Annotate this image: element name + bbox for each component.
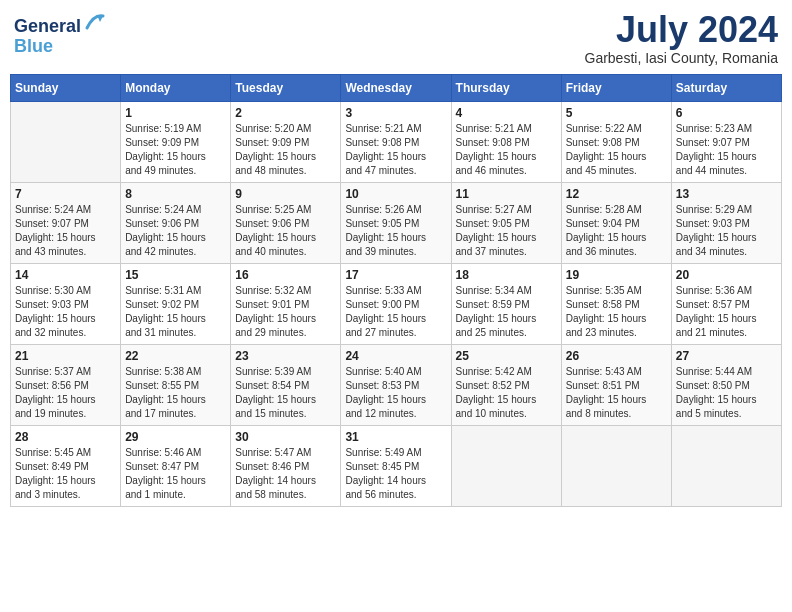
day-info: Sunrise: 5:33 AM Sunset: 9:00 PM Dayligh… bbox=[345, 284, 446, 340]
calendar-day-cell: 15Sunrise: 5:31 AM Sunset: 9:02 PM Dayli… bbox=[121, 263, 231, 344]
day-number: 19 bbox=[566, 268, 667, 282]
calendar-day-cell: 1Sunrise: 5:19 AM Sunset: 9:09 PM Daylig… bbox=[121, 101, 231, 182]
day-number: 4 bbox=[456, 106, 557, 120]
day-number: 13 bbox=[676, 187, 777, 201]
calendar-body: 1Sunrise: 5:19 AM Sunset: 9:09 PM Daylig… bbox=[11, 101, 782, 506]
weekday-header-cell: Saturday bbox=[671, 74, 781, 101]
day-number: 5 bbox=[566, 106, 667, 120]
calendar-week-row: 14Sunrise: 5:30 AM Sunset: 9:03 PM Dayli… bbox=[11, 263, 782, 344]
day-info: Sunrise: 5:24 AM Sunset: 9:07 PM Dayligh… bbox=[15, 203, 116, 259]
calendar-day-cell: 23Sunrise: 5:39 AM Sunset: 8:54 PM Dayli… bbox=[231, 344, 341, 425]
calendar-day-cell: 9Sunrise: 5:25 AM Sunset: 9:06 PM Daylig… bbox=[231, 182, 341, 263]
day-info: Sunrise: 5:30 AM Sunset: 9:03 PM Dayligh… bbox=[15, 284, 116, 340]
day-info: Sunrise: 5:21 AM Sunset: 9:08 PM Dayligh… bbox=[345, 122, 446, 178]
day-info: Sunrise: 5:32 AM Sunset: 9:01 PM Dayligh… bbox=[235, 284, 336, 340]
calendar-day-cell: 20Sunrise: 5:36 AM Sunset: 8:57 PM Dayli… bbox=[671, 263, 781, 344]
calendar-day-cell: 30Sunrise: 5:47 AM Sunset: 8:46 PM Dayli… bbox=[231, 425, 341, 506]
calendar-day-cell: 31Sunrise: 5:49 AM Sunset: 8:45 PM Dayli… bbox=[341, 425, 451, 506]
day-info: Sunrise: 5:27 AM Sunset: 9:05 PM Dayligh… bbox=[456, 203, 557, 259]
day-info: Sunrise: 5:26 AM Sunset: 9:05 PM Dayligh… bbox=[345, 203, 446, 259]
calendar-day-cell: 11Sunrise: 5:27 AM Sunset: 9:05 PM Dayli… bbox=[451, 182, 561, 263]
day-number: 29 bbox=[125, 430, 226, 444]
calendar-day-cell bbox=[11, 101, 121, 182]
calendar-day-cell: 13Sunrise: 5:29 AM Sunset: 9:03 PM Dayli… bbox=[671, 182, 781, 263]
day-info: Sunrise: 5:42 AM Sunset: 8:52 PM Dayligh… bbox=[456, 365, 557, 421]
day-info: Sunrise: 5:43 AM Sunset: 8:51 PM Dayligh… bbox=[566, 365, 667, 421]
calendar-week-row: 7Sunrise: 5:24 AM Sunset: 9:07 PM Daylig… bbox=[11, 182, 782, 263]
calendar-day-cell: 16Sunrise: 5:32 AM Sunset: 9:01 PM Dayli… bbox=[231, 263, 341, 344]
calendar-day-cell: 19Sunrise: 5:35 AM Sunset: 8:58 PM Dayli… bbox=[561, 263, 671, 344]
day-info: Sunrise: 5:40 AM Sunset: 8:53 PM Dayligh… bbox=[345, 365, 446, 421]
calendar-week-row: 28Sunrise: 5:45 AM Sunset: 8:49 PM Dayli… bbox=[11, 425, 782, 506]
weekday-header-cell: Tuesday bbox=[231, 74, 341, 101]
calendar-table: SundayMondayTuesdayWednesdayThursdayFrid… bbox=[10, 74, 782, 507]
day-number: 20 bbox=[676, 268, 777, 282]
day-info: Sunrise: 5:46 AM Sunset: 8:47 PM Dayligh… bbox=[125, 446, 226, 502]
weekday-header-cell: Friday bbox=[561, 74, 671, 101]
logo-text: General bbox=[14, 10, 105, 37]
calendar-day-cell: 10Sunrise: 5:26 AM Sunset: 9:05 PM Dayli… bbox=[341, 182, 451, 263]
day-number: 22 bbox=[125, 349, 226, 363]
weekday-header-row: SundayMondayTuesdayWednesdayThursdayFrid… bbox=[11, 74, 782, 101]
day-number: 31 bbox=[345, 430, 446, 444]
calendar-day-cell: 2Sunrise: 5:20 AM Sunset: 9:09 PM Daylig… bbox=[231, 101, 341, 182]
calendar-day-cell: 28Sunrise: 5:45 AM Sunset: 8:49 PM Dayli… bbox=[11, 425, 121, 506]
calendar-day-cell: 29Sunrise: 5:46 AM Sunset: 8:47 PM Dayli… bbox=[121, 425, 231, 506]
day-number: 25 bbox=[456, 349, 557, 363]
calendar-day-cell: 17Sunrise: 5:33 AM Sunset: 9:00 PM Dayli… bbox=[341, 263, 451, 344]
calendar-day-cell bbox=[451, 425, 561, 506]
calendar-day-cell: 12Sunrise: 5:28 AM Sunset: 9:04 PM Dayli… bbox=[561, 182, 671, 263]
logo-icon bbox=[83, 10, 105, 32]
day-number: 24 bbox=[345, 349, 446, 363]
calendar-day-cell: 4Sunrise: 5:21 AM Sunset: 9:08 PM Daylig… bbox=[451, 101, 561, 182]
logo-blue-text: Blue bbox=[14, 37, 105, 57]
calendar-day-cell: 3Sunrise: 5:21 AM Sunset: 9:08 PM Daylig… bbox=[341, 101, 451, 182]
day-number: 10 bbox=[345, 187, 446, 201]
calendar-week-row: 1Sunrise: 5:19 AM Sunset: 9:09 PM Daylig… bbox=[11, 101, 782, 182]
day-info: Sunrise: 5:47 AM Sunset: 8:46 PM Dayligh… bbox=[235, 446, 336, 502]
day-info: Sunrise: 5:20 AM Sunset: 9:09 PM Dayligh… bbox=[235, 122, 336, 178]
calendar-day-cell: 6Sunrise: 5:23 AM Sunset: 9:07 PM Daylig… bbox=[671, 101, 781, 182]
day-number: 2 bbox=[235, 106, 336, 120]
day-info: Sunrise: 5:35 AM Sunset: 8:58 PM Dayligh… bbox=[566, 284, 667, 340]
day-number: 7 bbox=[15, 187, 116, 201]
day-number: 14 bbox=[15, 268, 116, 282]
calendar-day-cell: 7Sunrise: 5:24 AM Sunset: 9:07 PM Daylig… bbox=[11, 182, 121, 263]
day-info: Sunrise: 5:22 AM Sunset: 9:08 PM Dayligh… bbox=[566, 122, 667, 178]
day-number: 28 bbox=[15, 430, 116, 444]
day-info: Sunrise: 5:34 AM Sunset: 8:59 PM Dayligh… bbox=[456, 284, 557, 340]
day-info: Sunrise: 5:37 AM Sunset: 8:56 PM Dayligh… bbox=[15, 365, 116, 421]
weekday-header-cell: Wednesday bbox=[341, 74, 451, 101]
day-number: 12 bbox=[566, 187, 667, 201]
day-number: 26 bbox=[566, 349, 667, 363]
calendar-day-cell: 22Sunrise: 5:38 AM Sunset: 8:55 PM Dayli… bbox=[121, 344, 231, 425]
weekday-header-cell: Sunday bbox=[11, 74, 121, 101]
title-block: July 2024 Garbesti, Iasi County, Romania bbox=[585, 10, 779, 66]
calendar-day-cell: 25Sunrise: 5:42 AM Sunset: 8:52 PM Dayli… bbox=[451, 344, 561, 425]
calendar-day-cell: 26Sunrise: 5:43 AM Sunset: 8:51 PM Dayli… bbox=[561, 344, 671, 425]
day-number: 1 bbox=[125, 106, 226, 120]
calendar-day-cell: 14Sunrise: 5:30 AM Sunset: 9:03 PM Dayli… bbox=[11, 263, 121, 344]
calendar-day-cell bbox=[561, 425, 671, 506]
day-info: Sunrise: 5:29 AM Sunset: 9:03 PM Dayligh… bbox=[676, 203, 777, 259]
calendar-day-cell bbox=[671, 425, 781, 506]
day-number: 11 bbox=[456, 187, 557, 201]
day-info: Sunrise: 5:23 AM Sunset: 9:07 PM Dayligh… bbox=[676, 122, 777, 178]
calendar-day-cell: 5Sunrise: 5:22 AM Sunset: 9:08 PM Daylig… bbox=[561, 101, 671, 182]
day-info: Sunrise: 5:19 AM Sunset: 9:09 PM Dayligh… bbox=[125, 122, 226, 178]
calendar-day-cell: 18Sunrise: 5:34 AM Sunset: 8:59 PM Dayli… bbox=[451, 263, 561, 344]
weekday-header-cell: Thursday bbox=[451, 74, 561, 101]
location-subtitle: Garbesti, Iasi County, Romania bbox=[585, 50, 779, 66]
day-info: Sunrise: 5:31 AM Sunset: 9:02 PM Dayligh… bbox=[125, 284, 226, 340]
day-number: 9 bbox=[235, 187, 336, 201]
day-number: 27 bbox=[676, 349, 777, 363]
day-info: Sunrise: 5:44 AM Sunset: 8:50 PM Dayligh… bbox=[676, 365, 777, 421]
day-info: Sunrise: 5:39 AM Sunset: 8:54 PM Dayligh… bbox=[235, 365, 336, 421]
calendar-day-cell: 24Sunrise: 5:40 AM Sunset: 8:53 PM Dayli… bbox=[341, 344, 451, 425]
day-number: 21 bbox=[15, 349, 116, 363]
calendar-day-cell: 8Sunrise: 5:24 AM Sunset: 9:06 PM Daylig… bbox=[121, 182, 231, 263]
calendar-day-cell: 21Sunrise: 5:37 AM Sunset: 8:56 PM Dayli… bbox=[11, 344, 121, 425]
day-info: Sunrise: 5:38 AM Sunset: 8:55 PM Dayligh… bbox=[125, 365, 226, 421]
calendar-week-row: 21Sunrise: 5:37 AM Sunset: 8:56 PM Dayli… bbox=[11, 344, 782, 425]
day-number: 16 bbox=[235, 268, 336, 282]
